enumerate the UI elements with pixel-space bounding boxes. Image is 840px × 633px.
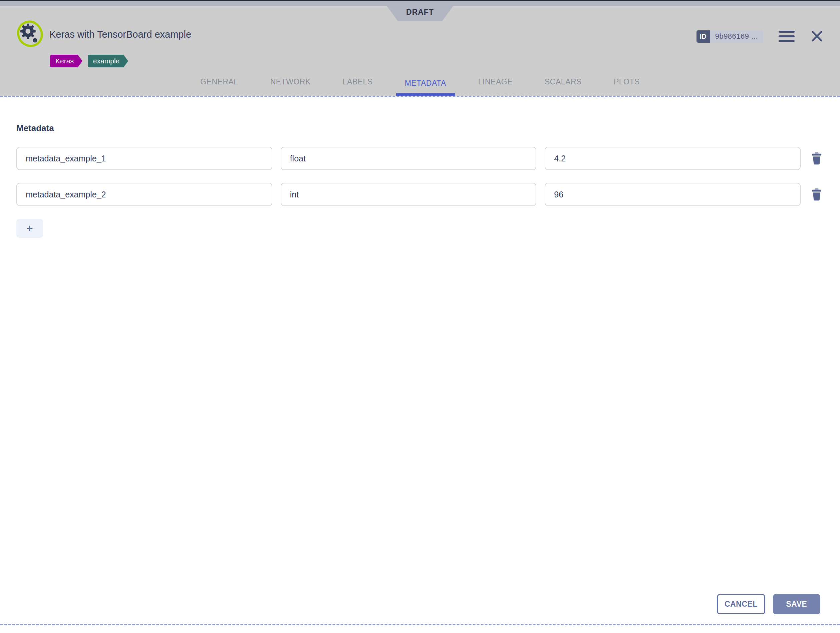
metadata-2-key-input[interactable] [16,183,272,206]
cancel-button[interactable]: CANCEL [717,594,765,614]
dialog-footer: CANCEL SAVE [717,594,820,614]
tab-metadata[interactable]: METADATA [396,73,455,96]
tag-example-label: example [88,55,123,68]
tag-keras-arrow [78,55,82,68]
hamburger-menu-icon[interactable] [778,31,794,42]
save-button[interactable]: SAVE [773,594,820,614]
tab-labels[interactable]: LABELS [334,73,381,96]
tab-bar: GENERAL NETWORK LABELS METADATA LINEAGE … [0,73,840,96]
add-metadata-button[interactable]: + [16,219,43,238]
id-badge[interactable]: ID 9b986169 ... [696,30,763,43]
metadata-1-value-input[interactable] [545,147,801,170]
tab-network[interactable]: NETWORK [262,73,319,96]
tags-row: Keras example [50,55,128,68]
window-top-edge [0,0,840,2]
section-title: Metadata [16,123,824,134]
tab-general[interactable]: GENERAL [191,73,246,96]
status-banner-label: DRAFT [406,8,434,19]
metadata-1-delete-button[interactable] [809,147,824,170]
trash-icon [811,152,822,165]
metadata-2-type-input[interactable] [281,183,537,206]
status-ribbon [0,2,840,6]
metadata-1-type-input[interactable] [281,147,537,170]
metadata-2-value-input[interactable] [545,183,801,206]
tab-scalars[interactable]: SCALARS [536,73,591,96]
metadata-panel: Metadata [0,96,840,625]
metadata-row-1 [16,147,824,170]
tab-plots[interactable]: PLOTS [605,73,649,96]
model-details-dialog: DRAFT Keras with Tens [0,0,840,633]
header-right: ID 9b986169 ... [696,29,824,43]
close-icon[interactable] [810,29,824,43]
metadata-row-2 [16,183,824,206]
tag-example[interactable]: example [88,55,128,68]
status-banner: DRAFT [387,6,453,21]
tab-lineage[interactable]: LINEAGE [470,73,521,96]
metadata-1-key-input[interactable] [16,147,272,170]
trash-icon [811,188,822,201]
metadata-2-delete-button[interactable] [809,183,824,206]
model-gear-icon [16,20,44,48]
id-badge-value[interactable]: 9b986169 ... [710,30,763,43]
tag-keras-label: Keras [50,55,78,68]
tag-keras[interactable]: Keras [50,55,82,68]
tag-example-arrow [123,55,128,68]
id-badge-label: ID [696,30,710,43]
page-title: Keras with TensorBoard example [49,29,191,40]
